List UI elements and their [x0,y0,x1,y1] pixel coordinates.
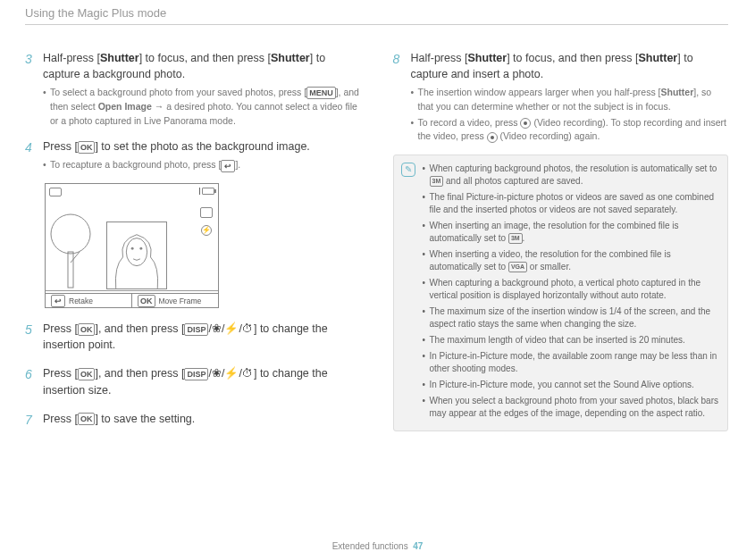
right-column: 8 Half-press [Shutter] to focus, and the… [393,50,729,439]
timer-icon: ⏱ [242,367,254,380]
step-4-text: Press [OK] to set the photo as the backg… [43,138,361,155]
step-5-text: Press [OK], and then press [DISP/❀/⚡/⏱] … [43,321,361,353]
svg-point-0 [51,214,90,254]
timer-icon: ⏱ [242,322,254,335]
status-icons [199,188,214,195]
resolution-icon [200,207,213,218]
step-3-text: Half-press [Shutter] to focus, and then … [43,50,361,82]
step-4: 4 Press [OK] to set the photo as the bac… [25,138,361,174]
note-10: When you select a background photo from … [423,395,719,420]
step-7-text: Press [OK] to save the setting. [43,411,361,427]
step-6: 6 Press [OK], and then press [DISP/❀/⚡/⏱… [25,365,361,401]
note-7: The maximum length of video that can be … [423,334,719,347]
section-header: Using the Magic Plus mode [25,5,728,25]
note-3: When inserting an image, the resolution … [423,220,719,245]
ok-icon: OK [78,368,96,380]
bolt-icon: ⚡ [224,322,239,335]
ok-icon: OK [78,141,96,154]
step-3-number: 3 [25,50,36,130]
res-vga-icon: VGA [508,262,527,272]
step-6-text: Press [OK], and then press [DISP/❀/⚡/⏱] … [43,365,361,397]
video-record-icon [487,132,498,143]
flower-icon: ❀ [212,322,222,335]
note-1: When capturing background photos, the re… [423,163,719,188]
svg-point-5 [139,247,142,250]
step-4-bullet: To recapture a background photo, press [… [43,158,361,172]
step-8-text: Half-press [Shutter] to focus, and then … [411,50,729,82]
step-7: 7 Press [OK] to save the setting. [25,411,361,430]
back-icon: ↩ [221,160,235,172]
step-6-number: 6 [25,365,36,401]
disp-icon: DISP [184,323,208,336]
notes-box: ✎ When capturing background photos, the … [393,155,729,431]
disp-icon: DISP [184,368,208,380]
menu-icon: MENU [306,87,336,99]
step-8-bullet-1: The insertion window appears larger when… [411,86,729,114]
camera-preview-illustration: ⚡ ↩ [45,183,219,308]
insertion-frame [106,221,167,289]
ok-icon: OK [78,413,96,425]
note-8: In Picture-in-Picture mode, the availabl… [423,350,719,375]
columns: 3 Half-press [Shutter] to focus, and the… [25,50,728,439]
bolt-icon: ⚡ [224,367,239,380]
retake-button-label: ↩ Retake [46,294,132,307]
step-3: 3 Half-press [Shutter] to focus, and the… [25,50,361,130]
svg-point-4 [131,247,134,250]
mode-indicator-icon [49,188,62,196]
step-8-number: 8 [393,50,404,146]
note-2: The final Picture-in-picture photos or v… [423,191,719,216]
left-column: 3 Half-press [Shutter] to focus, and the… [25,50,361,439]
res-3m-icon: 3M [508,233,523,244]
move-frame-button-label: OK Move Frame [132,294,218,307]
page-footer: Extended functions 47 [0,540,755,554]
flower-icon: ❀ [212,367,222,380]
step-8-bullet-2: To record a video, press (Video recordin… [411,116,729,145]
note-4: When inserting a video, the resolution f… [423,248,719,273]
svg-rect-1 [68,252,73,288]
svg-point-3 [126,238,147,266]
step-3-bullet: To select a background photo from your s… [43,86,361,128]
battery-icon [202,188,214,195]
note-6: The maximum size of the insertion window… [423,305,719,330]
video-record-icon [520,118,531,129]
flash-icon: ⚡ [201,225,212,236]
note-5: When capturing a background photo, a ver… [423,277,719,302]
step-8: 8 Half-press [Shutter] to focus, and the… [393,50,729,146]
step-5-number: 5 [25,321,36,356]
step-5: 5 Press [OK], and then press [DISP/❀/⚡/⏱… [25,321,361,356]
tree-illustration [49,209,92,289]
step-7-number: 7 [25,411,36,430]
ok-icon: OK [138,295,155,307]
note-icon: ✎ [401,163,415,177]
ok-icon: OK [78,323,96,336]
res-3m-icon: 3M [430,176,444,187]
step-4-number: 4 [25,138,36,174]
back-icon: ↩ [51,295,65,307]
note-9: In Picture-in-Picture mode, you cannot s… [423,379,719,391]
